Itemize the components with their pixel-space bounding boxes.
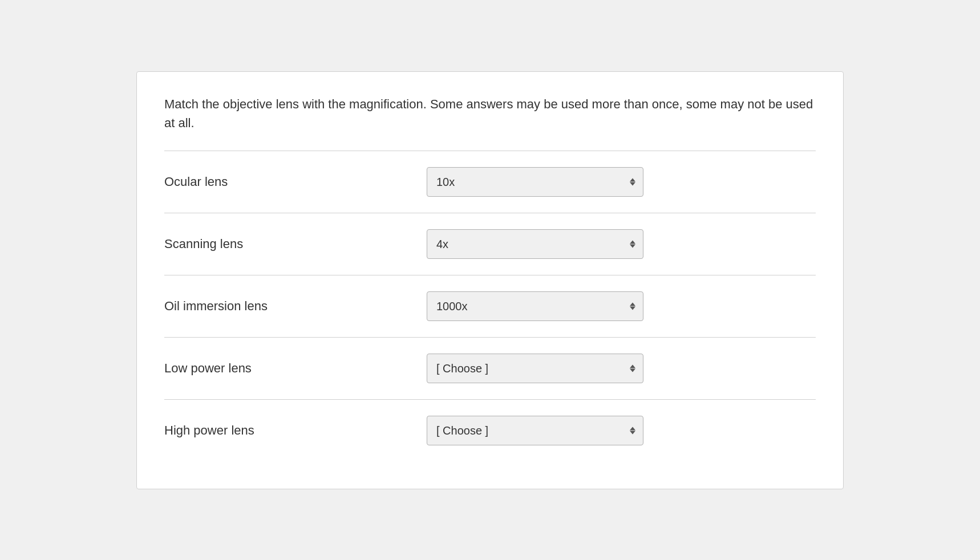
select-wrapper-ocular-lens: [ Choose ]4x10x40x100x400x1000x: [427, 167, 643, 197]
match-row-ocular-lens: Ocular lens[ Choose ]4x10x40x100x400x100…: [164, 151, 816, 213]
label-high-power-lens: High power lens: [164, 423, 427, 438]
select-scanning-lens[interactable]: [ Choose ]4x10x40x100x400x1000x: [427, 229, 643, 259]
select-wrapper-oil-immersion-lens: [ Choose ]4x10x40x100x400x1000x: [427, 291, 643, 321]
match-rows-container: Ocular lens[ Choose ]4x10x40x100x400x100…: [164, 151, 816, 461]
label-scanning-lens: Scanning lens: [164, 237, 427, 251]
select-ocular-lens[interactable]: [ Choose ]4x10x40x100x400x1000x: [427, 167, 643, 197]
select-wrapper-high-power-lens: [ Choose ]4x10x40x100x400x1000x: [427, 416, 643, 445]
quiz-card: Match the objective lens with the magnif…: [136, 71, 844, 489]
label-low-power-lens: Low power lens: [164, 361, 427, 376]
match-row-scanning-lens: Scanning lens[ Choose ]4x10x40x100x400x1…: [164, 213, 816, 275]
select-low-power-lens[interactable]: [ Choose ]4x10x40x100x400x1000x: [427, 354, 643, 383]
label-ocular-lens: Ocular lens: [164, 175, 427, 189]
select-high-power-lens[interactable]: [ Choose ]4x10x40x100x400x1000x: [427, 416, 643, 445]
select-oil-immersion-lens[interactable]: [ Choose ]4x10x40x100x400x1000x: [427, 291, 643, 321]
match-row-low-power-lens: Low power lens[ Choose ]4x10x40x100x400x…: [164, 338, 816, 400]
match-row-oil-immersion-lens: Oil immersion lens[ Choose ]4x10x40x100x…: [164, 275, 816, 338]
select-wrapper-low-power-lens: [ Choose ]4x10x40x100x400x1000x: [427, 354, 643, 383]
select-wrapper-scanning-lens: [ Choose ]4x10x40x100x400x1000x: [427, 229, 643, 259]
label-oil-immersion-lens: Oil immersion lens: [164, 299, 427, 314]
match-row-high-power-lens: High power lens[ Choose ]4x10x40x100x400…: [164, 400, 816, 461]
instructions-text: Match the objective lens with the magnif…: [164, 95, 816, 132]
